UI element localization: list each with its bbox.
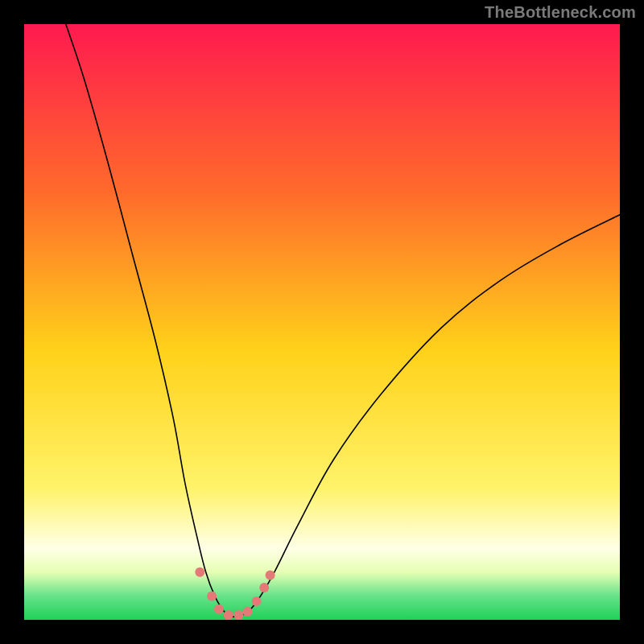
marker-point: [195, 568, 204, 577]
figure-container: TheBottleneck.com: [0, 0, 644, 644]
marker-point: [243, 607, 253, 617]
watermark-text: TheBottleneck.com: [485, 3, 636, 22]
marker-point: [259, 583, 269, 592]
plot-area: [24, 24, 620, 620]
marker-point: [224, 610, 233, 620]
marker-point: [252, 597, 262, 606]
marker-point: [266, 571, 275, 580]
chart-svg: [24, 24, 620, 620]
gradient-background: [24, 24, 620, 620]
marker-point: [214, 605, 224, 614]
marker-point: [207, 591, 217, 601]
marker-point: [233, 610, 243, 620]
